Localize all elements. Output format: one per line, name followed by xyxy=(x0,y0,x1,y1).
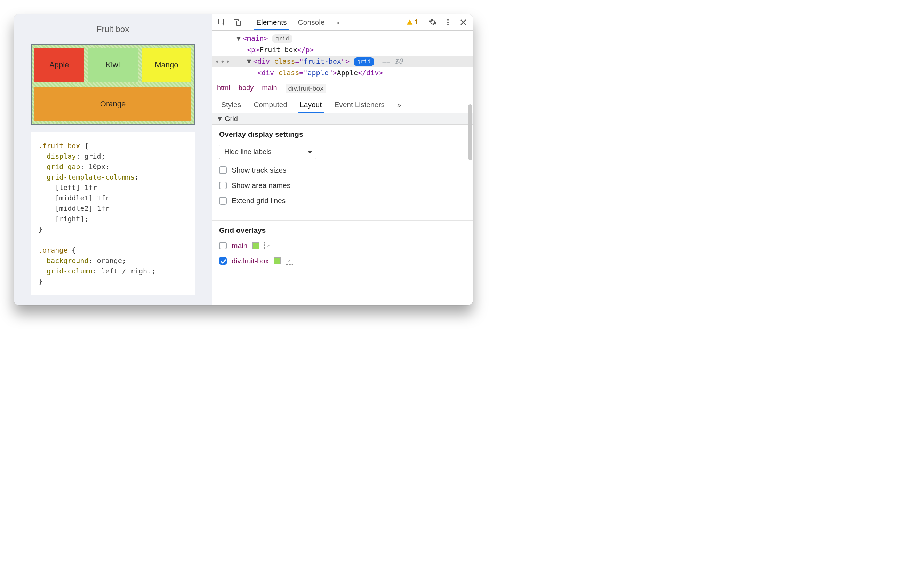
warning-count: 1 xyxy=(415,18,418,26)
fruit-box-container: Apple Kiwi Mango Orange xyxy=(31,44,195,125)
toolbar-separator xyxy=(248,17,248,27)
scrollbar-thumb[interactable] xyxy=(468,105,472,160)
grid-overlays-heading: Grid overlays xyxy=(219,226,466,234)
subtab-more[interactable]: » xyxy=(392,96,407,113)
highlight-element-icon[interactable] xyxy=(286,257,293,265)
checkbox-show-track-sizes[interactable]: Show track sizes xyxy=(219,166,466,174)
devtools-pane: Elements Console » 1 ▼<main> grid xyxy=(212,14,473,305)
tab-more[interactable]: » xyxy=(331,15,345,30)
crumb-body[interactable]: body xyxy=(238,84,254,93)
devtools-toolbar: Elements Console » 1 xyxy=(212,14,473,31)
checkbox-icon[interactable] xyxy=(219,182,227,189)
checkbox-icon[interactable] xyxy=(219,257,227,265)
section-grid-title: Grid xyxy=(224,115,238,123)
svg-point-4 xyxy=(447,22,449,23)
overlay-item-main[interactable]: main xyxy=(219,242,466,250)
kebab-menu-icon[interactable] xyxy=(441,15,455,29)
inspect-element-icon[interactable] xyxy=(215,15,229,29)
overlay-name: main xyxy=(232,242,248,250)
styles-subtabs: Styles Computed Layout Event Listeners » xyxy=(212,96,473,114)
dom-node-fruit-box[interactable]: ••• ▼<div class="fruit-box"> grid == $0 xyxy=(212,56,473,67)
svg-rect-2 xyxy=(237,21,240,26)
cell-apple: Apple xyxy=(34,48,84,82)
overlay-settings-heading: Overlay display settings xyxy=(219,130,466,139)
dom-node-p[interactable]: <p>Fruit box</p> xyxy=(212,44,473,56)
grid-overlays-panel: Grid overlays main div.fruit-box xyxy=(212,220,473,280)
subtab-computed[interactable]: Computed xyxy=(248,96,293,113)
crumb-fruit-box[interactable]: div.fruit-box xyxy=(286,84,327,93)
tab-console[interactable]: Console xyxy=(293,15,330,30)
warning-indicator[interactable]: 1 xyxy=(406,18,418,26)
overlay-item-fruit-box[interactable]: div.fruit-box xyxy=(219,257,466,265)
fruit-box-grid: Apple Kiwi Mango Orange xyxy=(34,48,191,122)
grid-badge[interactable]: grid xyxy=(354,57,374,66)
dom-node-main[interactable]: ▼<main> grid xyxy=(212,33,473,44)
subtab-event-listeners[interactable]: Event Listeners xyxy=(329,96,390,113)
device-toggle-icon[interactable] xyxy=(230,15,244,29)
line-labels-select-value: Hide line labels xyxy=(224,148,272,155)
toolbar-separator xyxy=(422,17,422,27)
checkbox-label: Extend grid lines xyxy=(232,197,286,205)
crumb-html[interactable]: html xyxy=(217,84,230,93)
gear-icon[interactable] xyxy=(426,15,440,29)
svg-point-3 xyxy=(447,19,449,20)
dom-node-apple[interactable]: <div class="apple">Apple</div> xyxy=(212,67,473,79)
svg-point-5 xyxy=(447,24,449,25)
cell-mango: Mango xyxy=(142,48,191,82)
checkbox-show-area-names[interactable]: Show area names xyxy=(219,181,466,189)
checkbox-icon[interactable] xyxy=(219,166,227,174)
dom-breadcrumb: html body main div.fruit-box xyxy=(212,81,473,96)
css-code-block: .fruit-box { display: grid; grid-gap: 10… xyxy=(31,132,195,295)
checkbox-icon[interactable] xyxy=(219,197,227,205)
overlay-name: div.fruit-box xyxy=(232,257,269,265)
cell-kiwi: Kiwi xyxy=(88,48,137,82)
grid-badge[interactable]: grid xyxy=(272,34,292,43)
subtab-layout[interactable]: Layout xyxy=(294,96,327,113)
page-preview-pane: Fruit box Apple Kiwi Mango Orange .fruit… xyxy=(14,14,212,305)
color-swatch[interactable] xyxy=(274,257,281,265)
checkbox-label: Show area names xyxy=(232,181,291,189)
line-labels-select[interactable]: Hide line labels xyxy=(219,145,317,159)
cell-orange: Orange xyxy=(34,87,191,122)
dom-row-actions-icon[interactable]: ••• xyxy=(215,56,231,68)
overlay-display-settings: Overlay display settings Hide line label… xyxy=(212,125,473,220)
subtab-styles[interactable]: Styles xyxy=(215,96,247,113)
tab-elements[interactable]: Elements xyxy=(251,15,292,30)
crumb-main[interactable]: main xyxy=(262,84,277,93)
preview-title: Fruit box xyxy=(31,25,195,34)
highlight-element-icon[interactable] xyxy=(264,242,272,249)
scrollbar[interactable] xyxy=(468,31,472,304)
selected-node-marker: == $0 xyxy=(382,57,403,65)
close-icon[interactable] xyxy=(456,15,470,29)
dom-tree[interactable]: ▼<main> grid <p>Fruit box</p> ••• ▼<div … xyxy=(212,31,473,81)
checkbox-extend-grid-lines[interactable]: Extend grid lines xyxy=(219,197,466,205)
checkbox-label: Show track sizes xyxy=(232,166,287,174)
color-swatch[interactable] xyxy=(252,242,260,249)
section-grid-header[interactable]: ▼Grid xyxy=(212,114,473,125)
app-window: Fruit box Apple Kiwi Mango Orange .fruit… xyxy=(14,14,473,305)
checkbox-icon[interactable] xyxy=(219,242,227,249)
